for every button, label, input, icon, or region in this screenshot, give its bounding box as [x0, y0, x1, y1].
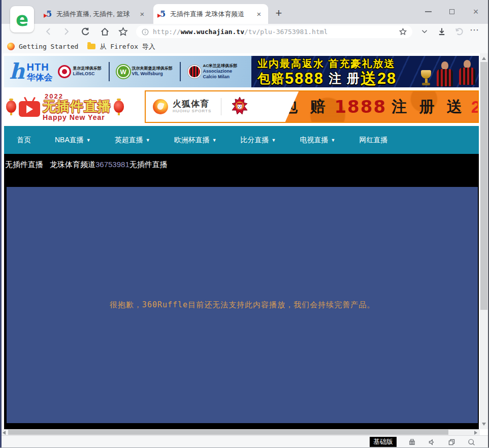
undo-closed-tab-button[interactable] — [453, 25, 465, 38]
url-text[interactable]: http://www.wuchajian.tv/tv/plu-36753981.… — [153, 28, 399, 36]
browser-logo[interactable]: e — [10, 6, 34, 33]
home-icon — [100, 26, 110, 37]
refresh-button[interactable] — [79, 25, 91, 38]
nav-premier-league[interactable]: 英超直播▼ — [115, 136, 150, 145]
divider — [221, 98, 221, 115]
vertical-scrollbar[interactable] — [480, 53, 488, 429]
urlbar-dropdown-button[interactable] — [418, 25, 431, 38]
firefox-icon — [7, 43, 15, 50]
undo-arrow-icon — [454, 26, 464, 37]
huohu-brand-en: HUOHU SPORTS — [173, 109, 211, 114]
offer-amount: 1888 — [334, 97, 386, 117]
scroll-left-arrow[interactable] — [3, 431, 6, 435]
club-milan: AC米兰足球俱乐部 Associazione Calcio Milan — [188, 63, 238, 80]
breadcrumb-site[interactable]: 无插件直播 — [5, 160, 43, 169]
window-maximize-button[interactable] — [447, 7, 457, 17]
trophy-icon — [420, 70, 432, 85]
club-name-en: LilleLOSC — [73, 71, 102, 77]
huohu-brand-name: 火狐体育 — [173, 100, 211, 109]
favicon-play-triangle — [44, 14, 47, 18]
tab-2-active[interactable]: 5 无插件直播 龙珠体育频道 × — [153, 4, 268, 24]
folder-icon — [87, 44, 95, 49]
tab-1-title: 无插件直播, 无插件, 篮球 — [56, 10, 135, 19]
address-bar[interactable]: http://www.wuchajian.tv/tv/plu-36753981.… — [136, 25, 412, 38]
lille-crest-icon — [58, 65, 71, 78]
home-button[interactable] — [99, 25, 111, 38]
page-clean-button[interactable] — [407, 437, 416, 446]
nav-nba[interactable]: NBA直播▼ — [55, 136, 91, 145]
status-bar: 基础版 — [0, 435, 489, 448]
more-menu-button[interactable]: ⋯ — [470, 24, 479, 36]
promo-banner-huohu[interactable]: 火狐体育 HUOHU SPORTS 包 赔1888注 册 送2 — [145, 90, 479, 123]
basic-mode-badge[interactable]: 基础版 — [370, 437, 397, 447]
browser-toolbar: http://www.wuchajian.tv/tv/plu-36753981.… — [0, 24, 489, 40]
player-section: 无插件直播龙珠体育频道36753981无插件直播 很抱歉，360Ruffle目前… — [4, 154, 479, 429]
play-triangle-icon — [26, 105, 33, 113]
site-logo-subtitle: Happy New Year — [43, 114, 111, 121]
nav-home[interactable]: 首页 — [17, 136, 31, 145]
banner-players-art — [420, 58, 477, 86]
tab-2-close-icon[interactable]: × — [255, 10, 263, 18]
site-logo[interactable]: 2022 无插件直播 Happy New Year — [4, 90, 145, 123]
favorites-button[interactable] — [117, 25, 129, 38]
huohu-brand: 火狐体育 HUOHU SPORTS — [146, 95, 248, 118]
bookmarks-bar: Getting Started 从 Firefox 导入 — [0, 40, 489, 53]
window-minimize-button[interactable] — [423, 7, 433, 17]
chevron-right-icon — [61, 26, 71, 37]
nav-tv[interactable]: 电视直播▼ — [300, 136, 335, 145]
dropdown-arrow-icon: ▼ — [331, 138, 335, 143]
tab-1-close-icon[interactable]: × — [138, 10, 146, 18]
lantern-icon — [114, 101, 124, 113]
bookmark-getting-started[interactable]: Getting Started — [19, 43, 78, 50]
bookmark-star-icon[interactable] — [399, 27, 407, 36]
hth-banner-line2: 包赔5888 注 册送28 — [257, 70, 397, 87]
club-lille: 里尔足球俱乐部 LilleLOSC — [58, 65, 102, 78]
info-icon[interactable] — [141, 28, 149, 36]
scroll-right-arrow[interactable] — [474, 431, 477, 435]
divider — [180, 62, 181, 81]
window-controls: × — [423, 7, 481, 17]
nav-influencer[interactable]: 网红直播 — [359, 136, 387, 145]
hth-abbr: HTH — [27, 62, 53, 72]
hth-name: 华体会 — [27, 73, 53, 82]
huohu-flame-icon — [153, 99, 168, 114]
nav-euro-cup[interactable]: 欧洲杯直播▼ — [174, 136, 217, 145]
player-figure — [435, 61, 454, 86]
nav-scores[interactable]: 比分直播▼ — [241, 136, 276, 145]
breadcrumb-channel: 龙珠体育频道 — [50, 160, 95, 169]
horizontal-scrollbar-thumb[interactable] — [8, 430, 448, 435]
club-name-en: VfL Wolfsburg — [132, 71, 173, 77]
hth-logo-mark: h — [9, 61, 25, 82]
divider — [109, 62, 110, 81]
minimize-icon — [425, 11, 432, 12]
club-name-cn: AC米兰足球俱乐部 — [203, 63, 238, 69]
downloads-button[interactable] — [436, 25, 448, 38]
scroll-up-arrow[interactable] — [482, 57, 486, 60]
lantern-icon — [6, 101, 16, 113]
scroll-down-arrow[interactable] — [482, 423, 486, 426]
main-nav: 首页 NBA直播▼ 英超直播▼ 欧洲杯直播▼ 比分直播▼ 电视直播▼ 网红直播 — [4, 126, 479, 154]
restore-window-button[interactable] — [447, 437, 456, 446]
download-icon — [437, 26, 447, 37]
horizontal-scrollbar[interactable] — [0, 429, 480, 435]
window-border-left — [0, 0, 2, 448]
hth-banner-line1: 业内最高返水 首充豪礼放送 — [257, 58, 397, 70]
breadcrumb-suffix: 无插件直播 — [129, 160, 168, 169]
broom-icon — [408, 438, 416, 446]
huohu-offer-text: 包 赔1888注 册 送2 — [285, 91, 478, 122]
back-button[interactable] — [43, 25, 55, 38]
bookmark-import-firefox[interactable]: 从 Firefox 导入 — [100, 42, 155, 51]
window-close-button[interactable]: × — [471, 7, 481, 17]
speaker-icon — [428, 438, 436, 446]
favicon-play-triangle — [157, 14, 161, 18]
tab-1[interactable]: 5 无插件直播, 无插件, 篮球 × — [40, 4, 151, 24]
mute-button[interactable] — [427, 437, 436, 446]
video-player[interactable]: 很抱歉，360Ruffle目前还无法支持此内容播放，我们会持续完善产品。 — [7, 187, 478, 423]
new-tab-button[interactable]: + — [272, 7, 285, 20]
forward-button[interactable] — [60, 25, 72, 38]
vertical-scrollbar-thumb[interactable] — [480, 62, 487, 310]
find-in-page-button[interactable] — [467, 437, 476, 446]
dropdown-arrow-icon: ▼ — [212, 138, 217, 143]
promo-banner-hth[interactable]: h HTH 华体会 里尔足球俱乐部 LilleLOSC W 沃尔夫斯堡足球俱乐部… — [4, 56, 479, 87]
star-icon — [118, 26, 128, 37]
